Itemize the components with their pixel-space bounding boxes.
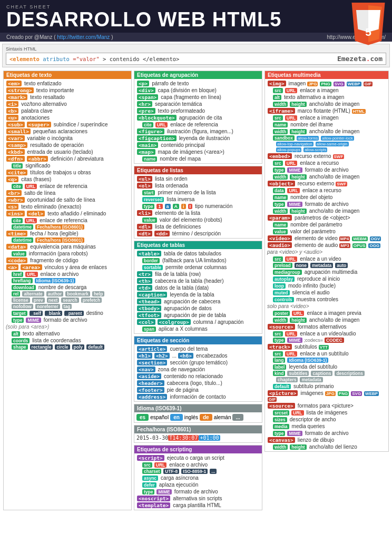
badge-license: license [12, 298, 30, 303]
section-fecha: Fecha/hora (ISO8601) 2015-03-30T14:30:07… [134, 425, 262, 443]
attr-name-obj: name [273, 195, 288, 200]
tag-ul: <ul> [137, 176, 152, 182]
section-content-agrupacion: <p>párrafo de texto <div>capa (división … [134, 79, 262, 163]
tag-code: <code> [6, 258, 27, 263]
attr-name-map: name [142, 156, 157, 162]
badge-mime-2: MIME [156, 489, 171, 494]
badge-default: default [86, 344, 104, 350]
tag-i: <i> [6, 101, 18, 107]
attr-label-track: label [273, 364, 286, 370]
badge-charset-other: ... [210, 469, 217, 474]
attr-rel: rel [12, 291, 20, 296]
tag-picture: <picture> [268, 390, 298, 396]
tag-dt: <dt> [137, 231, 152, 236]
section-title-texto: Etiquetas de texto [4, 71, 131, 79]
attr-cite2: cite [12, 218, 23, 223]
attr-mediagroup: mediagroup [273, 270, 302, 275]
tag-article: <article> [137, 346, 167, 352]
attr-height-canvas: height [290, 444, 307, 450]
column-3: Etiquetas multimedia <img> imagen JPG PN… [263, 70, 390, 511]
badge-lang-1: Idioma (ISO639-1) [35, 278, 76, 283]
attr-data-obj: data [273, 188, 285, 193]
attr-datetime2: datetime [12, 238, 33, 243]
attr-src-va: src [273, 256, 283, 262]
badge-url-poster: URL [292, 311, 304, 316]
tag-s: <s> [6, 204, 18, 210]
section-scripting: Etiquetas de scripting <script>ejecuta o… [134, 445, 262, 510]
tag-li: <li> [137, 210, 152, 216]
tag-canvas: <canvas> [268, 437, 295, 443]
badge-url-5: URL [154, 462, 166, 468]
badge-lang-track: Idioma (ISO639-1) [287, 358, 328, 363]
attr-shape: shape [12, 344, 28, 350]
idioma-other: ... [232, 414, 243, 421]
badge-url-srcset: URL [291, 410, 303, 416]
fecha-row: 2015-03-30T14:30:07+01:00 [134, 433, 262, 442]
section-content-multimedia: <img> imagen JPG PNG SVG WEBP GIF srcURL… [265, 79, 388, 451]
badge-bookmark: bookmark [65, 291, 90, 296]
tag-cite: <cite> [6, 170, 27, 175]
attr-type-obj: type [273, 202, 285, 207]
attr-src-source: src [273, 331, 283, 337]
emezeta-logo: Emezeta.com [337, 55, 383, 63]
attr-alt-img: alt [273, 95, 281, 100]
idioma-en: en [170, 414, 183, 421]
badge-blank: _blank [45, 311, 62, 316]
section-multimedia: Etiquetas multimedia <img> imagen JPG PN… [264, 71, 389, 452]
attr-href: href [12, 272, 23, 277]
tag-embed: <embed> [268, 153, 292, 159]
tag-th: <th> [137, 278, 152, 284]
badge-poly: poly [72, 344, 84, 350]
attr-lang-track: lang [273, 358, 285, 363]
badge-mime-1: MIME [26, 318, 41, 323]
tag-hr: <hr> [137, 101, 152, 107]
html5-logo: 5 [350, 3, 387, 39]
fecha-time: T14:30:07 [168, 435, 199, 441]
attr-height-obj: height [290, 209, 307, 214]
subtitle-bar: Creado por @Manz ( http://twitter.com/Ma… [0, 33, 392, 42]
badge-self: _self [30, 311, 43, 316]
tag-aside: <aside> [137, 373, 161, 379]
attr-span: span [142, 327, 156, 332]
badge-mime-source: MIME [287, 338, 302, 343]
section-title-idioma: Idioma (ISO639-1) [134, 404, 262, 412]
badge-next: next [47, 298, 59, 303]
section-title-fecha: Fecha/hora (ISO8601) [134, 426, 262, 433]
attr-width-obj: width [273, 209, 288, 214]
tag-br: <br> [6, 190, 22, 196]
section-title-seccion: Etiquetas de sección [134, 337, 262, 344]
attr-cite: cite [12, 184, 23, 189]
badge-noreferrer: noreferrer [35, 304, 60, 309]
section-title-multimedia: Etiquetas multimedia [265, 71, 388, 79]
badge-url-source: URL [285, 331, 297, 337]
tag-em: <em> [6, 81, 22, 86]
section-title-tablas: Etiquetas de tablas [134, 241, 262, 249]
tag-data: <data> [6, 244, 27, 250]
subtitle-left: Creado por @Manz ( http://twitter.com/Ma… [6, 34, 113, 40]
badge-url-embed: URL [285, 161, 297, 166]
tag-area: <area> [21, 264, 42, 270]
tag-dfn: <dfn> [6, 156, 25, 162]
badge-search: search [61, 298, 79, 303]
tag-samp: <samp> [6, 142, 27, 148]
tag-ins: <ins> [6, 211, 25, 216]
attr-width-video: width [273, 318, 288, 323]
tag-address: <address> [137, 394, 167, 400]
attr-defer: defer [142, 482, 156, 488]
tag-figure: <figure> [137, 128, 164, 134]
attr-src-img: src [273, 88, 283, 93]
badge-url-4: URL [155, 122, 168, 127]
twitter-link[interactable]: http://twitter.com/Manz [57, 34, 110, 40]
badge-url-1: URL [25, 184, 37, 189]
attr-reversed: reversed [142, 197, 164, 202]
badge-rectangle: rectangle [30, 344, 53, 350]
tag-script: <script> [137, 455, 164, 461]
tag-mark: <mark> [6, 94, 27, 100]
attr-coords: coords [12, 338, 30, 343]
syntax-section: Sintaxis HTML <elemento atributo ="valor… [2, 44, 390, 67]
attr-width-iframe: width [273, 129, 288, 134]
tag-del: <del> [27, 211, 45, 216]
attr-media: media [273, 424, 289, 429]
section-texto: Etiquetas de texto <em>texto enfatizado … [3, 71, 132, 510]
section-content-seccion: <article>cuerpo del tema <h1><h2>...<h6>… [134, 344, 262, 401]
